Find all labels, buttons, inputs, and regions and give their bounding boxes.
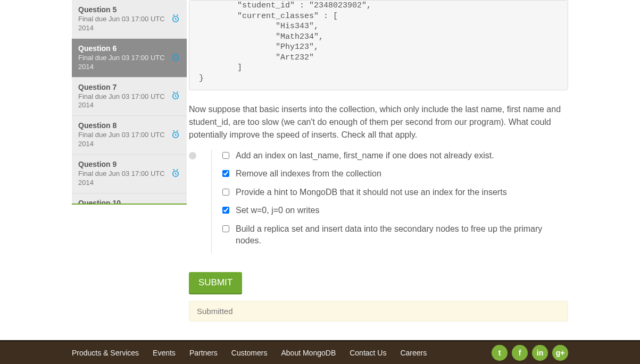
sidebar-item-subtitle: Final due Jun 03 17:00 UTC 2014 <box>78 54 180 72</box>
sidebar-item-subtitle: Final due Jun 03 17:00 UTC 2014 <box>78 131 180 149</box>
sidebar-item-question[interactable]: Question 8Final due Jun 03 17:00 UTC 201… <box>72 116 187 155</box>
clock-icon <box>171 168 180 180</box>
footer-link[interactable]: Customers <box>231 349 268 357</box>
sidebar-item-subtitle: Final due Jun 03 17:00 UTC 2014 <box>78 92 180 111</box>
clock-icon <box>171 91 180 102</box>
status-dot <box>189 152 196 159</box>
answer-checkbox[interactable] <box>222 207 229 214</box>
answer-label: Remove all indexes from the collection <box>236 168 381 180</box>
answer-checkbox[interactable] <box>222 170 229 177</box>
submit-button[interactable]: SUBMIT <box>189 272 242 293</box>
linkedin-icon[interactable]: in <box>532 345 548 361</box>
googleplus-icon[interactable]: g+ <box>552 345 568 361</box>
footer-link[interactable]: Products & Services <box>72 349 139 357</box>
footer-link[interactable]: Partners <box>189 349 218 357</box>
question-text: Now suppose that basic inserts into the … <box>189 103 568 141</box>
main-content: "student_id" : "2348023902", "current_cl… <box>189 0 568 340</box>
answer-checkbox[interactable] <box>222 225 229 232</box>
question-sidebar[interactable]: Question 5Final due Jun 03 17:00 UTC 201… <box>72 0 187 205</box>
clock-icon <box>171 52 180 63</box>
social-links: tfing+ <box>492 345 568 361</box>
sidebar-item-question[interactable]: Question 6Final due Jun 03 17:00 UTC 201… <box>72 39 187 78</box>
answer-row: Build a replica set and insert data into… <box>222 223 568 247</box>
sidebar-item-title: Question 9 <box>78 160 180 168</box>
sidebar-item-question[interactable]: Question 10Final due Jun 03 17:00 UTC 20… <box>72 193 187 205</box>
answer-checkbox[interactable] <box>222 152 229 159</box>
answer-label: Set w=0, j=0 on writes <box>236 205 319 216</box>
sidebar-item-title: Question 10 <box>78 199 180 205</box>
sidebar-item-title: Question 8 <box>78 121 180 130</box>
answer-row: Add an index on last_name, first_name if… <box>222 150 568 162</box>
twitter-icon[interactable]: t <box>492 345 508 361</box>
sidebar-item-question[interactable]: Question 9Final due Jun 03 17:00 UTC 201… <box>72 155 187 193</box>
code-block: "student_id" : "2348023902", "current_cl… <box>189 0 568 90</box>
sidebar-item-question[interactable]: Question 7Final due Jun 03 17:00 UTC 201… <box>72 78 187 116</box>
sidebar-item-title: Question 6 <box>78 44 180 53</box>
footer-links: Products & ServicesEventsPartnersCustome… <box>72 349 427 357</box>
answer-checkbox[interactable] <box>222 189 229 196</box>
submitted-status: Submitted <box>189 301 568 321</box>
sidebar-item-title: Question 5 <box>78 5 180 14</box>
footer-link[interactable]: Contact Us <box>350 349 386 357</box>
clock-icon <box>171 13 180 24</box>
sidebar-item-question[interactable]: Question 5Final due Jun 03 17:00 UTC 201… <box>72 0 187 39</box>
answer-row: Remove all indexes from the collection <box>222 168 568 180</box>
answer-label: Add an index on last_name, first_name if… <box>236 150 494 162</box>
answer-row: Set w=0, j=0 on writes <box>222 205 568 216</box>
clock-icon <box>171 130 180 141</box>
answer-row: Provide a hint to MongoDB that it should… <box>222 187 568 198</box>
footer-link[interactable]: Careers <box>400 349 427 357</box>
answer-label: Provide a hint to MongoDB that it should… <box>236 187 507 198</box>
footer-link[interactable]: About MongoDB <box>281 349 336 357</box>
footer-link[interactable]: Events <box>153 349 176 357</box>
answer-list: Add an index on last_name, first_name if… <box>211 150 568 253</box>
sidebar-item-subtitle: Final due Jun 03 17:00 UTC 2014 <box>78 170 180 188</box>
answer-label: Build a replica set and insert data into… <box>236 223 568 247</box>
sidebar-item-title: Question 7 <box>78 83 180 91</box>
footer: Products & ServicesEventsPartnersCustome… <box>0 340 640 364</box>
sidebar-item-subtitle: Final due Jun 03 17:00 UTC 2014 <box>78 15 180 33</box>
facebook-icon[interactable]: f <box>512 345 528 361</box>
